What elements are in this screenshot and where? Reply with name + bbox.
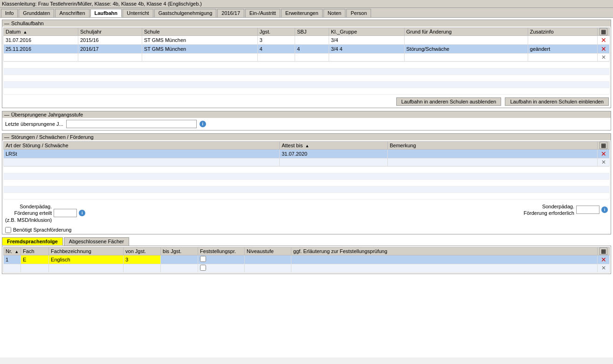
col-schule[interactable]: Schule	[142, 28, 257, 36]
col-bemerkung[interactable]: Bemerkung	[388, 142, 598, 150]
schullaufbahn-table: Datum ▲ Schuljahr Schule Jgst. SBJ Kl._G…	[3, 27, 610, 62]
tab-abgeschlossene-faecher[interactable]: Abgeschlossene Fächer	[64, 237, 129, 246]
col-erlaeuterung[interactable]: ggf. Erläuterung zur Feststellungsprüfun…	[291, 247, 598, 255]
fremdsprachen-table: Nr. ▲ Fach Fachbezeichnung von Jgst. bis…	[3, 247, 610, 273]
col-niveau[interactable]: Niveaustufe	[245, 247, 291, 255]
col-nr[interactable]: Nr. ▲	[4, 247, 21, 255]
tab-noten[interactable]: Noten	[324, 9, 345, 17]
schullaufbahn-section: Schullaufbahn Datum ▲ Schuljahr Schule J…	[2, 20, 611, 108]
tab-erweiterungen[interactable]: Erweiterungen	[281, 9, 323, 17]
ausblenden-button[interactable]: Laufbahn in anderen Schulen ausblenden	[396, 97, 502, 106]
schullaufbahn-header: Schullaufbahn	[2, 20, 611, 27]
col-schuljahr[interactable]: Schuljahr	[78, 28, 142, 36]
col-attest[interactable]: Attest bis ▲	[280, 142, 388, 150]
jahrgangsstufe-header: Übersprungene Jahrgangsstufe	[2, 111, 611, 118]
sonderpaed-erforderlich-info-icon[interactable]: i	[601, 206, 608, 213]
sonderpaed-erteilt-info-icon[interactable]: i	[79, 210, 85, 216]
stoerungen-header: Störungen / Schwächen / Förderung	[2, 134, 611, 140]
tab-grunddaten[interactable]: Grunddaten	[19, 9, 54, 17]
stoerungen-table: Art der Störung / Schwäche Attest bis ▲ …	[3, 141, 610, 166]
delete-fs-button[interactable]: ✕	[600, 256, 607, 263]
top-bar: Klassenleitung: Frau Testlehrerin/Müller…	[0, 0, 613, 8]
col-fach[interactable]: Fach	[21, 247, 49, 255]
tab-2016-17[interactable]: 2016/17	[217, 9, 244, 17]
col-zusatz[interactable]: Zusatzinfo	[528, 28, 597, 36]
fremdsprachen-add-icon[interactable]: ▦	[598, 247, 610, 255]
jahrgangsstufe-section: Übersprungene Jahrgangsstufe Letzte über…	[2, 111, 611, 130]
col-sbj[interactable]: SBJ	[295, 28, 329, 36]
fremdsprachen-section: Fremdsprachenfolge Abgeschlossene Fächer…	[2, 237, 611, 274]
main-content: Schullaufbahn Datum ▲ Schuljahr Schule J…	[0, 18, 613, 357]
schullaufbahn-empty	[3, 62, 610, 95]
stoerungen-empty	[3, 166, 610, 199]
stoerungen-add-icon[interactable]: ▦	[598, 142, 610, 150]
table-row[interactable]: LRSt 31.07.2020 ✕	[4, 150, 610, 158]
sprachfoerderung-label: Benötigt Sprachförderung	[13, 227, 71, 233]
table-row[interactable]: 1 E Englisch 3 ✕	[4, 255, 610, 264]
delete-stoerung-button[interactable]: ✕	[600, 150, 607, 158]
festst-checkbox[interactable]	[200, 256, 206, 262]
sprachfoerderung-checkbox[interactable]	[5, 227, 11, 233]
col-jgst[interactable]: Jgst.	[257, 28, 295, 36]
einblenden-button[interactable]: Laufbahn in anderen Schulen einblenden	[505, 97, 609, 106]
col-grund[interactable]: Grund für Änderung	[404, 28, 528, 36]
col-fachbez[interactable]: Fachbezeichnung	[49, 247, 124, 255]
sonderpaed-erforderlich-group: Sonderpädag. Förderung erforderlich i	[523, 203, 608, 217]
delete-row-button[interactable]: ✕	[600, 45, 607, 53]
stoerungen-section: Störungen / Schwächen / Förderung Art de…	[2, 133, 611, 234]
col-kl-gruppe[interactable]: Kl._Gruppe	[329, 28, 404, 36]
tab-person[interactable]: Person	[346, 9, 371, 17]
table-row: ✕	[4, 158, 610, 166]
schullaufbahn-buttons: Laufbahn in anderen Schulen ausblenden L…	[2, 96, 611, 108]
sonderpaed-erteilt-input[interactable]	[54, 209, 77, 217]
tab-fremdsprachenfolge[interactable]: Fremdsprachenfolge	[2, 237, 63, 246]
col-datum[interactable]: Datum ▲	[4, 28, 78, 36]
tab-gastschulgenehmigung[interactable]: Gastschulgenehmigung	[154, 9, 217, 17]
tab-unterricht[interactable]: Unterricht	[123, 9, 153, 17]
delete-stoerung-empty-button[interactable]: ✕	[600, 159, 607, 165]
festst-checkbox[interactable]	[200, 265, 206, 271]
add-row-icon[interactable]: ▦	[598, 28, 610, 36]
tab-anschriften[interactable]: Anschriften	[55, 9, 89, 17]
tab-bar: InfoGrunddatenAnschriftenLaufbahnUnterri…	[0, 8, 613, 18]
sonderpaed-erforderlich-input[interactable]	[576, 206, 599, 214]
jahrgangsstufe-info-icon[interactable]: i	[200, 121, 206, 127]
tab-info[interactable]: Info	[1, 9, 18, 17]
table-row: ✕	[4, 54, 610, 62]
table-row[interactable]: 25.11.2016 2016/17 ST GMS München 4 4 3/…	[4, 45, 610, 54]
jahrgangsstufe-label: Letzte übersprungene J...	[5, 121, 63, 127]
delete-fs-empty-button[interactable]: ✕	[600, 265, 607, 271]
jahrgangsstufe-input[interactable]	[66, 120, 197, 128]
tab-ein--austritt[interactable]: Ein-/Austritt	[245, 9, 280, 17]
delete-empty-row-button[interactable]: ✕	[600, 54, 607, 61]
sonderpaed-erteilt-group: Sonderpädag. Förderung erteilt (z.B. MSD…	[5, 203, 85, 223]
table-row[interactable]: 31.07.2016 2015/16 ST GMS München 3 3/4 …	[4, 36, 610, 45]
col-von-jgst[interactable]: von Jgst.	[124, 247, 161, 255]
delete-row-button[interactable]: ✕	[600, 36, 607, 44]
tab-laufbahn[interactable]: Laufbahn	[90, 9, 122, 17]
col-art[interactable]: Art der Störung / Schwäche	[4, 142, 280, 150]
col-bis-jgst[interactable]: bis Jgst.	[161, 247, 198, 255]
col-festst[interactable]: Feststellungspr.	[198, 247, 245, 255]
table-row[interactable]: ✕	[4, 264, 610, 272]
